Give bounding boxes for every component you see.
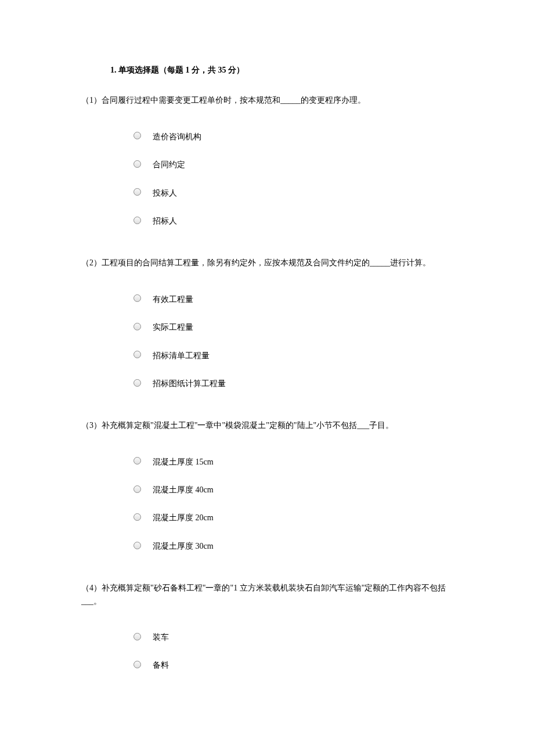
options-group: 有效工程量 实际工程量 招标清单工程量 招标图纸计算工程量 <box>134 293 453 391</box>
radio-icon[interactable] <box>134 323 141 330</box>
option-item[interactable]: 混凝土厚度 40cm <box>134 484 453 496</box>
radio-icon[interactable] <box>134 132 141 139</box>
question-number: （4） <box>81 584 102 592</box>
radio-icon[interactable] <box>134 485 141 493</box>
question-1: （1）合同履行过程中需要变更工程单价时，按本规范和_____的变更程序办理。 造… <box>81 94 453 228</box>
option-item[interactable]: 招标人 <box>134 215 453 228</box>
option-item[interactable]: 混凝土厚度 20cm <box>134 512 453 524</box>
question-body: 工程项目的合同结算工程量，除另有约定外，应按本规范及合同文件约定的_____进行… <box>102 258 431 267</box>
question-text: （3）补充概算定额"混凝土工程"一章中"模袋混凝土"定额的"陆上"小节不包括__… <box>81 419 453 432</box>
option-label: 装车 <box>153 631 169 644</box>
option-item[interactable]: 造价咨询机构 <box>134 131 453 143</box>
option-item[interactable]: 投标人 <box>134 187 453 200</box>
question-text: （1）合同履行过程中需要变更工程单价时，按本规范和_____的变更程序办理。 <box>81 94 453 107</box>
radio-icon[interactable] <box>134 661 141 668</box>
option-item[interactable]: 备料 <box>134 659 453 672</box>
option-label: 合同约定 <box>153 159 185 171</box>
section-title-text: 单项选择题（每题 1 分，共 35 分） <box>118 66 244 74</box>
option-item[interactable]: 装车 <box>134 631 453 644</box>
radio-icon[interactable] <box>134 188 141 196</box>
option-label: 造价咨询机构 <box>153 131 201 143</box>
question-body: 补充概算定额"混凝土工程"一章中"模袋混凝土"定额的"陆上"小节不包括___子目… <box>102 421 394 430</box>
question-text: （2）工程项目的合同结算工程量，除另有约定外，应按本规范及合同文件约定的____… <box>81 257 453 269</box>
options-group: 装车 备料 <box>134 631 453 672</box>
options-group: 混凝土厚度 15cm 混凝土厚度 40cm 混凝土厚度 20cm 混凝土厚度 3… <box>134 456 453 553</box>
option-item[interactable]: 混凝土厚度 15cm <box>134 456 453 469</box>
option-item[interactable]: 有效工程量 <box>134 293 453 306</box>
option-label: 招标图纸计算工程量 <box>153 377 226 390</box>
option-label: 混凝土厚度 40cm <box>153 484 214 496</box>
radio-icon[interactable] <box>134 513 141 521</box>
option-label: 备料 <box>153 659 169 672</box>
option-item[interactable]: 招标清单工程量 <box>134 350 453 362</box>
question-number: （2） <box>81 258 102 267</box>
section-title: 1. 单项选择题（每题 1 分，共 35 分） <box>110 64 453 77</box>
option-item[interactable]: 实际工程量 <box>134 321 453 334</box>
radio-icon[interactable] <box>134 351 141 358</box>
radio-icon[interactable] <box>134 633 141 640</box>
option-label: 混凝土厚度 20cm <box>153 512 214 524</box>
option-label: 混凝土厚度 30cm <box>153 540 214 553</box>
radio-icon[interactable] <box>134 379 141 387</box>
option-item[interactable]: 合同约定 <box>134 159 453 171</box>
option-item[interactable]: 招标图纸计算工程量 <box>134 377 453 390</box>
option-label: 招标清单工程量 <box>153 350 210 362</box>
radio-icon[interactable] <box>134 160 141 168</box>
question-body: 合同履行过程中需要变更工程单价时，按本规范和_____的变更程序办理。 <box>102 96 366 105</box>
question-text: （4）补充概算定额"砂石备料工程"一章的"1 立方米装载机装块石自卸汽车运输"定… <box>81 582 453 608</box>
option-label: 有效工程量 <box>153 293 193 306</box>
radio-icon[interactable] <box>134 294 141 302</box>
option-label: 投标人 <box>153 187 177 200</box>
section-number: 1. <box>110 66 117 74</box>
question-number: （1） <box>81 96 102 105</box>
options-group: 造价咨询机构 合同约定 投标人 招标人 <box>134 131 453 228</box>
question-body: 补充概算定额"砂石备料工程"一章的"1 立方米装载机装块石自卸汽车运输"定额的工… <box>81 584 446 605</box>
radio-icon[interactable] <box>134 542 141 549</box>
radio-icon[interactable] <box>134 217 141 224</box>
question-3: （3）补充概算定额"混凝土工程"一章中"模袋混凝土"定额的"陆上"小节不包括__… <box>81 419 453 553</box>
option-item[interactable]: 混凝土厚度 30cm <box>134 540 453 553</box>
question-2: （2）工程项目的合同结算工程量，除另有约定外，应按本规范及合同文件约定的____… <box>81 257 453 390</box>
option-label: 混凝土厚度 15cm <box>153 456 214 469</box>
question-number: （3） <box>81 421 102 430</box>
option-label: 招标人 <box>153 215 177 228</box>
radio-icon[interactable] <box>134 457 141 465</box>
question-4: （4）补充概算定额"砂石备料工程"一章的"1 立方米装载机装块石自卸汽车运输"定… <box>81 582 453 672</box>
option-label: 实际工程量 <box>153 321 193 334</box>
